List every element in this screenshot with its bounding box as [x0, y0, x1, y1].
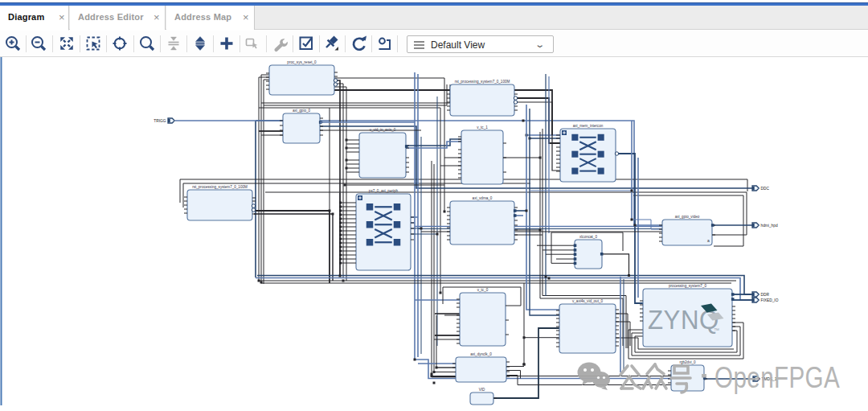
svg-text:hdmi_hpd: hdmi_hpd	[761, 224, 778, 228]
svg-text:rgb2dvi_0: rgb2dvi_0	[679, 360, 696, 364]
svg-text:rst_processing_system7_0_100M: rst_processing_system7_0_100M	[192, 185, 248, 189]
svg-text:OpenFPGA: OpenFPGA	[714, 361, 840, 394]
svg-text:TRIGG: TRIGG	[154, 119, 166, 123]
svg-text:axi_dynclk_0: axi_dynclk_0	[470, 352, 492, 356]
svg-text:v_vid_in_axis_0: v_vid_in_axis_0	[370, 128, 396, 132]
svg-text:processing_system7_0: processing_system7_0	[669, 284, 706, 288]
svg-text:ps7_0_axi_periph: ps7_0_axi_periph	[369, 189, 399, 193]
svg-text:™: ™	[714, 327, 719, 333]
svg-text:v_tc_1: v_tc_1	[477, 125, 488, 129]
svg-text:v_axi4s_vid_out_0: v_axi4s_vid_out_0	[572, 299, 603, 303]
svg-text:DDR: DDR	[761, 293, 770, 297]
svg-text:axi_mem_intercon: axi_mem_intercon	[573, 124, 604, 128]
svg-text:axi_gpio_video: axi_gpio_video	[675, 215, 700, 219]
svg-text:axi_vdma_0: axi_vdma_0	[473, 196, 493, 200]
svg-text:a: a	[707, 238, 710, 243]
svg-text:v_tc_0: v_tc_0	[477, 288, 489, 292]
svg-text:VID: VID	[479, 388, 485, 392]
svg-text:xlconcat_0: xlconcat_0	[579, 235, 597, 239]
svg-text:rst_processing_system7_0_100M: rst_processing_system7_0_100M	[455, 80, 510, 84]
svg-text:FIXED_IO: FIXED_IO	[761, 298, 779, 302]
svg-text:DDC: DDC	[761, 187, 770, 191]
svg-text:proc_sys_reset_0: proc_sys_reset_0	[287, 60, 317, 64]
svg-text:axi_gpio_0: axi_gpio_0	[293, 109, 311, 113]
